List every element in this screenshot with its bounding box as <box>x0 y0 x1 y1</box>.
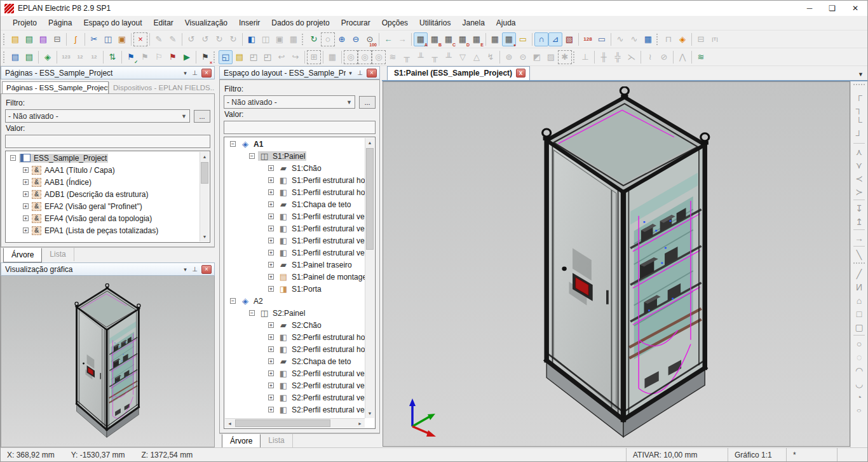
3d-viewport[interactable] <box>383 81 850 447</box>
rectangle-tool-icon[interactable]: □ <box>852 307 866 320</box>
tree-item-s1-chao[interactable]: +▰S1:Chão <box>225 162 365 174</box>
panel-menu-icon[interactable]: ▾ <box>346 68 355 78</box>
text-tool-icon[interactable]: |T| <box>708 32 722 46</box>
menu-item-ajuda[interactable]: Ajuda <box>491 17 522 29</box>
expand-toggle-icon[interactable]: + <box>23 179 29 185</box>
flag-cancel-icon[interactable]: ⚑× <box>198 50 212 64</box>
expand-toggle-icon[interactable]: + <box>23 215 29 221</box>
expand-toggle-icon[interactable]: + <box>268 214 274 219</box>
rail-mount-icon[interactable]: ╥ <box>400 50 414 64</box>
layout-tree-scrollbar[interactable]: ▲ ▼ <box>365 138 374 418</box>
signal-wave-2-icon[interactable]: ∿ <box>627 32 641 46</box>
grid-display-icon[interactable]: ▦ <box>488 32 502 46</box>
scroll-up-icon[interactable]: ▲ <box>365 138 374 147</box>
expand-toggle-icon[interactable]: + <box>268 395 274 400</box>
clamp-icon[interactable]: ⊚ <box>502 50 516 64</box>
panel-close-icon[interactable]: × <box>201 69 212 78</box>
tree-item-s1-painel[interactable]: −◫S1:Painel <box>225 150 365 162</box>
layout-tree-hscrollbar[interactable]: ◄ ► <box>225 418 365 428</box>
tree-item-s2-perfil-estrutural-vertical[interactable]: +◧S2:Perfil estrutural vertical <box>225 391 365 404</box>
tree-item-s1-painel-traseiro[interactable]: +▰S1:Painel traseiro <box>225 259 365 271</box>
link-chain-icon[interactable]: ◎ <box>344 50 358 64</box>
zoom-out-icon[interactable]: ⊖ <box>349 32 363 46</box>
rail-mount-3-icon[interactable]: ╥ <box>428 50 442 64</box>
polygon-tool-icon[interactable]: ⌂ <box>852 294 866 307</box>
tree-item-s2-perfil-estrutural-horizor[interactable]: +◧S2:Perfil estrutural horizor <box>225 343 365 355</box>
format-painter-2-icon[interactable]: ✎ <box>166 32 180 46</box>
menu-item-projeto[interactable]: Projeto <box>7 17 43 29</box>
arc-tool-2-icon[interactable]: ◡ <box>852 377 866 390</box>
menu-item-inserir[interactable]: Inserir <box>233 17 266 29</box>
connection-grid-icon[interactable]: ▦ <box>641 32 655 46</box>
print-icon[interactable]: ⊟ <box>50 32 64 46</box>
graphical-preview[interactable] <box>1 276 215 447</box>
delete-icon[interactable]: × <box>133 32 147 46</box>
menu-item-espaco-do-layout[interactable]: Espaço do layout <box>78 17 147 29</box>
wire-corner-1-icon[interactable]: ┌ <box>852 88 866 102</box>
pin-numbering-icon[interactable]: 12 <box>87 50 101 64</box>
rounded-rect-tool-icon[interactable]: ▢ <box>852 320 866 334</box>
scroll-left-icon[interactable]: ◄ <box>225 419 234 428</box>
expand-toggle-icon[interactable]: + <box>268 189 274 195</box>
redo-icon[interactable]: ↻ <box>212 32 226 46</box>
relative-input-icon[interactable]: ▭ <box>595 32 609 46</box>
expand-toggle-icon[interactable]: − <box>249 310 255 316</box>
scroll-down-icon[interactable]: ▼ <box>200 232 209 241</box>
expand-toggle-icon[interactable]: + <box>23 191 29 197</box>
tree-item-s2-perfil-estrutural-vertical[interactable]: +◧S2:Perfil estrutural vertical <box>225 404 365 416</box>
expand-toggle-icon[interactable]: + <box>268 250 274 255</box>
menu-item-utilitarios[interactable]: Utilitários <box>414 17 456 29</box>
layout-history-2-icon[interactable]: ◰ <box>261 50 275 64</box>
menu-item-pagina[interactable]: Página <box>43 17 78 29</box>
expand-toggle-icon[interactable]: + <box>268 286 274 292</box>
wire-tee-2-icon[interactable]: ⋎ <box>852 158 866 172</box>
tree-item-s2-chao[interactable]: +▰S2:Chão <box>225 319 365 331</box>
wire-tee-3-icon[interactable]: ≺ <box>852 172 866 185</box>
zoom-window-icon[interactable]: ◌ <box>321 32 335 46</box>
new-page-icon[interactable]: ▤ <box>8 32 22 46</box>
expand-toggle-icon[interactable]: + <box>268 407 274 412</box>
sector-tool-icon[interactable]: ◔ <box>852 390 866 404</box>
undo-list-icon[interactable]: ↺ <box>198 32 212 46</box>
grid-e-icon[interactable]: ▦E <box>470 32 484 46</box>
signal-wave-icon[interactable]: ∿ <box>613 32 627 46</box>
layout-next-icon[interactable]: ↪ <box>288 50 302 64</box>
spring-coil-icon[interactable]: ≋ <box>386 50 400 64</box>
tree-item-project-root[interactable]: −ESS_Sample_Project <box>6 152 200 164</box>
production-rails-icon[interactable]: ≋ <box>694 50 708 64</box>
tree-item-structure[interactable]: +&EFA4 (Visão geral da topologia) <box>6 212 200 224</box>
panel-close-icon[interactable]: × <box>367 69 377 78</box>
drill-angle-icon[interactable]: ⋋ <box>625 50 639 64</box>
wire-tee-4-icon[interactable]: ≻ <box>852 185 866 198</box>
wire-corner-3-icon[interactable]: └ <box>852 115 866 128</box>
parts-cart-icon[interactable]: ⊟ <box>694 32 708 46</box>
cut-icon[interactable]: ✂ <box>87 32 101 46</box>
pages-tab-lista[interactable]: Lista <box>42 248 74 261</box>
wire-corner-4-icon[interactable]: ┘ <box>852 128 866 142</box>
expand-toggle-icon[interactable]: + <box>268 346 274 352</box>
toolbar-drag-handle[interactable] <box>853 262 865 265</box>
panel-close-icon[interactable]: × <box>201 265 212 274</box>
tree-item-structure[interactable]: +&EFA2 (Visão geral "Profinet") <box>6 200 200 212</box>
expand-toggle-icon[interactable]: + <box>268 238 274 243</box>
grid-a-icon[interactable]: ▦A <box>414 32 428 46</box>
ellipse-tool-icon[interactable]: ○ <box>852 404 866 417</box>
circle-tool-icon[interactable]: ○ <box>852 337 866 350</box>
expand-toggle-icon[interactable]: − <box>230 141 236 147</box>
tree-item-s1-perfil-estrutural-vertical[interactable]: +◧S1:Perfil estrutural vertical <box>225 210 365 222</box>
scroll-right-icon[interactable]: ► <box>355 419 365 428</box>
pages-tree-scrollbar[interactable]: ▲ ▼ <box>200 152 209 241</box>
tree-item-s2-perfil-estrutural-vertical[interactable]: +◧S2:Perfil estrutural vertical <box>225 367 365 379</box>
expand-toggle-icon[interactable]: + <box>268 165 274 171</box>
tree-item-s1-chapa-de-teto[interactable]: +▰S1:Chapa de teto <box>225 198 365 210</box>
drill-cross-icon[interactable]: ╬ <box>611 50 625 64</box>
circle-nodes-tool-icon[interactable]: ◌ <box>852 350 866 363</box>
milling-2-icon[interactable]: ⊘ <box>657 50 671 64</box>
toolbar-drag-handle[interactable] <box>3 34 6 45</box>
window-check-icon[interactable]: ▣ <box>273 32 287 46</box>
schematic-logic-icon[interactable]: ▧ <box>562 32 576 46</box>
part-placement-2-icon[interactable]: △ <box>470 50 484 64</box>
wire-corner-2-icon[interactable]: ┐ <box>852 102 866 115</box>
tree-item-a1[interactable]: −◈A1 <box>225 138 365 150</box>
pages-tab-arvore[interactable]: Árvore <box>3 248 42 262</box>
